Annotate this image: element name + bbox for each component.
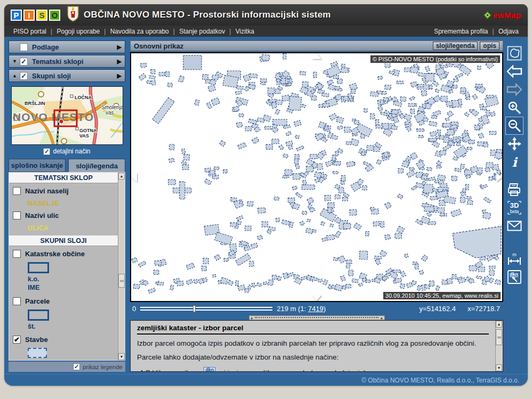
layer-label: Katastrske občine <box>25 250 85 258</box>
piso-logo[interactable]: P I S O <box>11 10 60 21</box>
skupni-sloji-checkbox[interactable]: ✓ <box>20 72 28 80</box>
tree-scroll-down-button[interactable]: ▼ <box>118 353 125 360</box>
map-toolbar: i 3D beta m <box>503 40 526 372</box>
pan-west-arrow[interactable] <box>131 173 137 182</box>
expand-right-icon[interactable]: ▶ <box>117 58 122 65</box>
katastrske-obcine-checkbox[interactable] <box>13 250 21 258</box>
menu-left: PISO portal Pogoji uporabe Navodila za u… <box>11 28 257 35</box>
layer-item-parcele[interactable]: Parcele <box>9 294 118 306</box>
info-scroll-down-button[interactable]: ▼ <box>496 364 502 371</box>
tematski-sklopi-checkbox[interactable]: ✓ <box>20 58 28 66</box>
zoom-in-tool[interactable] <box>506 99 523 116</box>
map-timestamp: 30.09.2010 10:45:25, ewmap, www.realis.s… <box>383 292 501 299</box>
tab-sloji-legenda[interactable]: sloji/legenda <box>68 159 125 172</box>
layers-legend-button[interactable]: sloji/legenda <box>433 42 478 50</box>
dkn-select-tool[interactable]: dkn <box>506 268 523 286</box>
map-panel: Osnovni prikaz sloji/legenda opis © PISO… <box>130 40 503 372</box>
layer-item-nazivi-naselij[interactable]: Nazivi naselij <box>9 183 118 196</box>
info-panel-resize-handle[interactable]: ▴▴ <box>249 315 385 320</box>
show-legend-checkbox[interactable]: ✓ <box>73 363 80 370</box>
layer-item-nazivi-ulic[interactable]: Nazivi ulic <box>9 208 118 221</box>
menu-item-pogoji-uporabe[interactable]: Pogoji uporabe <box>49 28 102 35</box>
map-copyright: © PISO-NOVO MESTO (podatki so informativ… <box>370 55 501 63</box>
menu-item-piso-portal[interactable]: PISO portal <box>11 28 49 35</box>
menu-item-sprememba-profila[interactable]: Sprememba profila <box>431 28 490 35</box>
expand-right-icon[interactable]: ▶ <box>117 72 122 79</box>
send-mail-tool[interactable] <box>506 217 523 234</box>
panel-header-skupni-sloji[interactable]: ▲ ✓ Skupni sloji ▶ <box>9 69 125 82</box>
back-arrow-tool[interactable] <box>506 63 523 80</box>
info-scroll-thumb[interactable] <box>496 329 502 345</box>
info-paragraph-2: Parcele lahko dodajate/odvzemate v izbor… <box>137 353 489 361</box>
stavbe-checkbox[interactable]: ✔ <box>13 336 21 344</box>
panel-header-tematski-sklopi[interactable]: ▼ ✓ Tematski sklopi ▶ <box>9 55 125 68</box>
info-paragraph-1: Izbor parcel omogoča izpis podatkov o iz… <box>137 339 489 347</box>
legend-swatch-parcele <box>28 310 49 321</box>
layer-item-hisne-stevilke[interactable]: Hišne številke <box>9 359 118 360</box>
menu-item-navodila[interactable]: Navodila za uporabo <box>102 28 172 35</box>
map-viewport[interactable]: © PISO-NOVO MESTO (podatki so informativ… <box>130 52 503 302</box>
tree-scroll-thumb[interactable] <box>118 274 125 288</box>
3d-view-tool[interactable]: 3D beta <box>506 199 523 216</box>
layer-label: Nazivi ulic <box>25 211 59 219</box>
legend-ko-line1: k.o. <box>28 275 118 283</box>
info-item-a: a) S klikom na ikono dkn↖ pri izpisu por… <box>137 367 489 371</box>
layer-label: Stavbe <box>25 336 48 344</box>
zoom-out-tool[interactable] <box>506 117 523 134</box>
full-extent-tool[interactable] <box>506 45 523 62</box>
logo-letter-p: P <box>11 10 22 21</box>
parcele-checkbox[interactable] <box>13 297 21 305</box>
menu-item-odjava[interactable]: Odjava <box>491 28 521 35</box>
dkn-label: dkn <box>510 272 518 277</box>
tree-scroll-up-button[interactable]: ▲ <box>118 173 125 180</box>
collapse-down-icon[interactable]: ▼ <box>12 59 20 64</box>
menu-item-vizitka[interactable]: Vizitka <box>228 28 257 35</box>
measure-tool[interactable]: m <box>506 250 523 267</box>
map-view-title: Osnovni prikaz <box>134 42 183 50</box>
identify-info-tool[interactable]: i <box>506 153 523 170</box>
legend-st-label: št. <box>28 322 118 331</box>
expand-right-icon[interactable]: ▶ <box>117 44 122 51</box>
layer-item-katastrske-obcine[interactable]: Katastrske občine <box>9 246 118 259</box>
logo-letter-i: I <box>23 10 35 21</box>
info-panel: zemljiški kataster - izbor parcel Izbor … <box>130 320 503 372</box>
minimap-label-brsljin: BRŠLJIN <box>25 100 45 106</box>
pan-south-arrow[interactable] <box>312 295 321 301</box>
layer-item-stavbe[interactable]: ✔ Stavbe <box>9 332 118 345</box>
info-panel-scrollbar[interactable]: ▲ ▼ <box>495 321 503 371</box>
legend-sample-naselje: NASELJE <box>28 200 118 207</box>
cadastral-buildings-layer <box>131 53 502 301</box>
municipality-coat-of-arms-icon <box>67 6 79 24</box>
menu-item-stanje-podatkov[interactable]: Stanje podatkov <box>172 28 228 35</box>
nazivi-naselij-checkbox[interactable] <box>13 187 21 195</box>
scale-slider-thumb[interactable] <box>193 305 196 312</box>
app-window: P I S O OBČINA NOVO MESTO - Prostorski i… <box>4 4 528 386</box>
nazivi-ulic-checkbox[interactable] <box>13 211 21 219</box>
tree-scrollbar[interactable]: ▲ ▼ <box>118 173 125 360</box>
pan-north-arrow[interactable] <box>312 53 321 59</box>
overview-minimap[interactable]: NOVO MESTO BRŠLJIN LOČNA Smolenja vas GO… <box>11 86 123 145</box>
podlage-checkbox[interactable] <box>20 43 28 51</box>
panel-header-podlage[interactable]: Podlage ▶ <box>9 40 125 53</box>
info-panel-body: zemljiški kataster - izbor parcel Izbor … <box>131 321 495 371</box>
info-scroll-up-button[interactable]: ▲ <box>496 321 502 328</box>
panel-resize-row: ▴▴ <box>130 315 503 320</box>
map-statusbar: 0 219 m (1: 7419) y=514162.4 x=72718.7 <box>130 302 503 315</box>
collapse-up-icon[interactable]: ▲ <box>12 73 20 78</box>
print-tool[interactable] <box>506 181 523 198</box>
pan-tool[interactable] <box>506 135 523 152</box>
panel-label: Podlage <box>32 43 59 51</box>
detail-mode-checkbox[interactable]: ✓ <box>43 148 50 155</box>
opis-button[interactable]: opis <box>480 42 499 50</box>
minimap-city-label: NOVO MESTO <box>13 111 94 123</box>
ewmap-logo[interactable]: ewMap <box>483 11 521 20</box>
cursor-coordinates: y=514162.4 x=72718.7 <box>420 305 500 313</box>
scale-value-link[interactable]: 7419 <box>308 305 324 313</box>
ewmap-diamond-icon <box>483 11 491 19</box>
scale-slider[interactable] <box>140 305 272 312</box>
pan-east-arrow[interactable] <box>496 173 502 182</box>
beta-label: beta <box>510 209 519 214</box>
legend-swatch-ko <box>28 262 49 273</box>
forward-arrow-tool[interactable] <box>506 81 523 98</box>
tab-splosno-iskanje[interactable]: splošno iskanje <box>9 159 66 172</box>
